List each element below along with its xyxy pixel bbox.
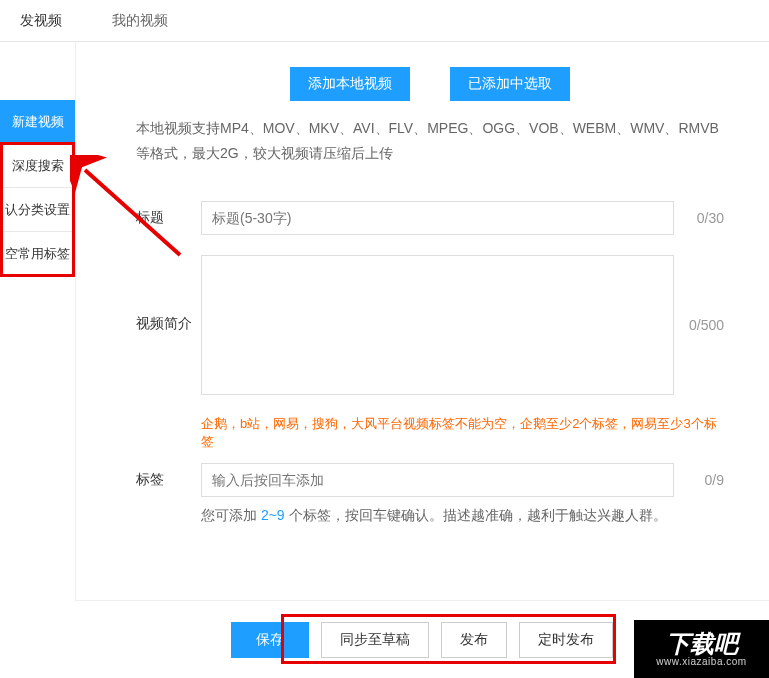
sidebar-item-new-video[interactable]: 新建视频 <box>0 100 75 144</box>
intro-counter: 0/500 <box>674 317 724 333</box>
top-tabs: 发视频 我的视频 <box>0 0 769 42</box>
upload-hint-text: 本地视频支持MP4、MOV、MKV、AVI、FLV、MPEG、OGG、VOB、W… <box>136 116 724 166</box>
intro-textarea[interactable] <box>201 255 674 395</box>
intro-label: 视频简介 <box>136 255 201 333</box>
tag-help-suffix: 个标签，按回车键确认。描述越准确，越利于触达兴趣人群。 <box>285 507 667 523</box>
title-input[interactable] <box>201 201 674 235</box>
sidebar-item-deep-search[interactable]: 深度搜索 <box>0 144 75 188</box>
add-local-video-button[interactable]: 添加本地视频 <box>290 67 410 101</box>
publish-button[interactable]: 发布 <box>441 622 507 658</box>
intro-row: 视频简介 0/500 <box>136 255 724 395</box>
main-content: 添加本地视频 已添加中选取 本地视频支持MP4、MOV、MKV、AVI、FLV、… <box>75 42 769 678</box>
select-from-added-button[interactable]: 已添加中选取 <box>450 67 570 101</box>
watermark: 下载吧 www.xiazaiba.com <box>634 620 769 678</box>
sidebar: 新建视频 深度搜索 认分类设置 空常用标签 <box>0 100 75 276</box>
sidebar-item-common-tags[interactable]: 空常用标签 <box>0 232 75 276</box>
title-counter: 0/30 <box>674 210 724 226</box>
tag-counter: 0/9 <box>674 472 724 488</box>
tab-publish-video[interactable]: 发视频 <box>20 2 62 40</box>
save-button[interactable]: 保存 <box>231 622 309 658</box>
tag-help-range: 2~9 <box>261 507 285 523</box>
watermark-url-text: www.xiazaiba.com <box>656 656 746 667</box>
title-label: 标题 <box>136 201 201 227</box>
tag-warning-text: 企鹅，b站，网易，搜狗，大风平台视频标签不能为空，企鹅至少2个标签，网易至少3个… <box>201 415 724 451</box>
title-row: 标题 0/30 <box>136 201 724 235</box>
tab-my-videos[interactable]: 我的视频 <box>112 2 168 40</box>
tag-row: 标签 0/9 <box>136 463 724 497</box>
tag-label: 标签 <box>136 463 201 489</box>
tag-help-prefix: 您可添加 <box>201 507 261 523</box>
sidebar-item-category-settings[interactable]: 认分类设置 <box>0 188 75 232</box>
tag-input[interactable] <box>201 463 674 497</box>
sync-draft-button[interactable]: 同步至草稿 <box>321 622 429 658</box>
tag-help-text: 您可添加 2~9 个标签，按回车键确认。描述越准确，越利于触达兴趣人群。 <box>201 507 724 525</box>
upload-button-row: 添加本地视频 已添加中选取 <box>136 67 724 101</box>
watermark-main-text: 下载吧 <box>666 632 738 656</box>
schedule-publish-button[interactable]: 定时发布 <box>519 622 613 658</box>
